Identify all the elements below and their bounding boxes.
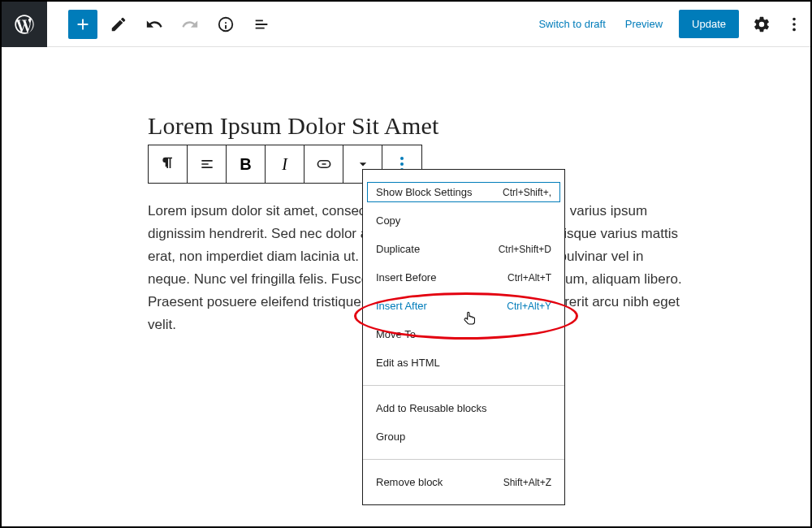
menu-item-shortcut: Ctrl+Shift+D bbox=[499, 244, 551, 255]
preview-link[interactable]: Preview bbox=[615, 18, 672, 30]
svg-point-2 bbox=[793, 28, 796, 31]
editor-topbar: Switch to draft Preview Update bbox=[2, 2, 810, 47]
menu-item-label: Edit as HTML bbox=[376, 357, 440, 369]
menu-insert-after[interactable]: Insert After Ctrl+Alt+Y bbox=[363, 292, 564, 320]
menu-item-shortcut: Ctrl+Shift+, bbox=[503, 187, 551, 198]
post-title[interactable]: Lorem Ipsum Dolor Sit Amet bbox=[148, 112, 810, 140]
menu-item-label: Insert After bbox=[376, 300, 427, 312]
menu-item-label: Add to Reusable blocks bbox=[376, 402, 487, 414]
menu-item-label: Copy bbox=[376, 214, 400, 227]
menu-item-shortcut: Ctrl+Alt+T bbox=[508, 272, 551, 283]
add-block-button[interactable] bbox=[68, 10, 97, 39]
redo-button[interactable] bbox=[175, 10, 205, 39]
menu-duplicate[interactable]: Duplicate Ctrl+Shift+D bbox=[363, 235, 564, 263]
switch-to-draft-link[interactable]: Switch to draft bbox=[529, 18, 615, 30]
menu-item-label: Move To bbox=[376, 328, 416, 340]
update-button[interactable]: Update bbox=[679, 10, 739, 38]
menu-item-label: Duplicate bbox=[376, 243, 420, 255]
menu-show-block-settings[interactable]: Show Block Settings Ctrl+Shift+, bbox=[363, 178, 564, 206]
undo-button[interactable] bbox=[140, 10, 169, 39]
menu-add-reusable[interactable]: Add to Reusable blocks bbox=[363, 394, 564, 422]
settings-button[interactable] bbox=[745, 8, 778, 41]
paragraph-icon[interactable] bbox=[149, 145, 188, 183]
menu-item-shortcut: Shift+Alt+Z bbox=[503, 477, 551, 488]
menu-item-label: Show Block Settings bbox=[376, 186, 473, 198]
italic-button[interactable]: I bbox=[266, 145, 304, 183]
menu-copy[interactable]: Copy bbox=[363, 206, 564, 235]
align-button[interactable] bbox=[188, 145, 227, 183]
more-options-button[interactable] bbox=[778, 8, 810, 41]
menu-item-label: Group bbox=[376, 431, 405, 443]
svg-point-1 bbox=[793, 23, 796, 26]
block-options-menu: Show Block Settings Ctrl+Shift+, Copy Du… bbox=[362, 169, 565, 505]
bold-button[interactable]: B bbox=[227, 145, 266, 183]
menu-group[interactable]: Group bbox=[363, 422, 564, 451]
menu-item-label: Insert Before bbox=[376, 271, 436, 283]
edit-mode-button[interactable] bbox=[104, 10, 133, 39]
menu-insert-before[interactable]: Insert Before Ctrl+Alt+T bbox=[363, 263, 564, 292]
wordpress-logo[interactable] bbox=[2, 2, 47, 47]
svg-point-0 bbox=[793, 17, 796, 20]
link-button[interactable] bbox=[304, 145, 343, 183]
menu-remove-block[interactable]: Remove block Shift+Alt+Z bbox=[363, 468, 564, 496]
info-button[interactable] bbox=[211, 10, 240, 39]
menu-edit-as-html[interactable]: Edit as HTML bbox=[363, 348, 564, 377]
menu-item-shortcut: Ctrl+Alt+Y bbox=[507, 301, 551, 312]
menu-move-to[interactable]: Move To bbox=[363, 320, 564, 348]
menu-item-label: Remove block bbox=[376, 476, 443, 488]
outline-button[interactable] bbox=[247, 10, 276, 39]
